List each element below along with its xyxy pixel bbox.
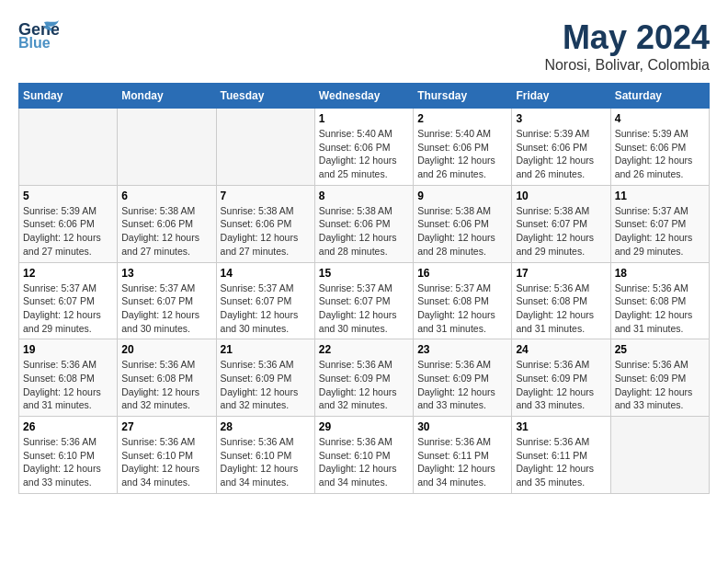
day-info: Sunrise: 5:36 AM Sunset: 6:10 PM Dayligh… (319, 435, 409, 489)
calendar-cell: 12Sunrise: 5:37 AM Sunset: 6:07 PM Dayli… (19, 262, 118, 339)
day-number: 4 (615, 112, 705, 125)
day-number: 17 (516, 267, 606, 280)
calendar-cell: 28Sunrise: 5:36 AM Sunset: 6:10 PM Dayli… (216, 417, 314, 494)
day-number: 2 (417, 112, 507, 125)
calendar-cell: 1Sunrise: 5:40 AM Sunset: 6:06 PM Daylig… (314, 109, 413, 186)
day-info: Sunrise: 5:36 AM Sunset: 6:08 PM Dayligh… (121, 358, 211, 412)
calendar-cell: 27Sunrise: 5:36 AM Sunset: 6:10 PM Dayli… (118, 417, 216, 494)
day-info: Sunrise: 5:38 AM Sunset: 6:06 PM Dayligh… (319, 204, 409, 259)
day-number: 31 (516, 420, 606, 433)
day-number: 23 (417, 343, 507, 356)
day-number: 9 (417, 190, 507, 202)
day-info: Sunrise: 5:37 AM Sunset: 6:07 PM Dayligh… (615, 204, 705, 259)
page-header: General Blue May 2024 Norosi, Bolivar, C… (18, 18, 710, 74)
calendar-cell: 2Sunrise: 5:40 AM Sunset: 6:06 PM Daylig… (414, 109, 512, 186)
week-row-5: 26Sunrise: 5:36 AM Sunset: 6:10 PM Dayli… (19, 417, 710, 494)
day-info: Sunrise: 5:37 AM Sunset: 6:07 PM Dayligh… (121, 282, 211, 336)
day-info: Sunrise: 5:40 AM Sunset: 6:06 PM Dayligh… (319, 127, 409, 181)
week-row-2: 5Sunrise: 5:39 AM Sunset: 6:06 PM Daylig… (19, 185, 710, 262)
day-number: 11 (615, 190, 705, 202)
calendar-cell: 16Sunrise: 5:37 AM Sunset: 6:08 PM Dayli… (414, 262, 512, 339)
month-title: May 2024 (544, 18, 710, 57)
day-number: 28 (221, 420, 311, 433)
day-number: 30 (417, 420, 507, 433)
calendar-cell: 18Sunrise: 5:36 AM Sunset: 6:08 PM Dayli… (610, 262, 709, 339)
week-row-3: 12Sunrise: 5:37 AM Sunset: 6:07 PM Dayli… (19, 262, 710, 339)
day-info: Sunrise: 5:37 AM Sunset: 6:07 PM Dayligh… (319, 282, 409, 336)
calendar-cell: 17Sunrise: 5:36 AM Sunset: 6:08 PM Dayli… (512, 262, 610, 339)
calendar-cell: 25Sunrise: 5:36 AM Sunset: 6:09 PM Dayli… (610, 339, 709, 417)
calendar-cell: 29Sunrise: 5:36 AM Sunset: 6:10 PM Dayli… (314, 417, 413, 494)
weekday-tuesday: Tuesday (216, 84, 314, 109)
day-info: Sunrise: 5:37 AM Sunset: 6:07 PM Dayligh… (221, 282, 311, 336)
day-number: 10 (516, 190, 606, 202)
day-number: 12 (23, 267, 113, 280)
week-row-4: 19Sunrise: 5:36 AM Sunset: 6:08 PM Dayli… (19, 339, 710, 417)
day-info: Sunrise: 5:36 AM Sunset: 6:10 PM Dayligh… (23, 435, 113, 489)
location: Norosi, Bolivar, Colombia (544, 57, 710, 74)
calendar-cell (19, 109, 118, 186)
day-number: 1 (319, 112, 409, 125)
day-number: 16 (417, 267, 507, 280)
calendar-cell (118, 109, 216, 186)
calendar-cell: 21Sunrise: 5:36 AM Sunset: 6:09 PM Dayli… (216, 339, 314, 417)
day-number: 14 (221, 267, 311, 280)
day-info: Sunrise: 5:37 AM Sunset: 6:08 PM Dayligh… (417, 282, 507, 336)
day-info: Sunrise: 5:36 AM Sunset: 6:09 PM Dayligh… (319, 358, 409, 412)
calendar-cell: 8Sunrise: 5:38 AM Sunset: 6:06 PM Daylig… (314, 185, 413, 262)
weekday-header-row: SundayMondayTuesdayWednesdayThursdayFrid… (19, 84, 710, 109)
day-info: Sunrise: 5:36 AM Sunset: 6:08 PM Dayligh… (23, 358, 113, 412)
logo-icon: General Blue (18, 18, 59, 52)
calendar-cell: 3Sunrise: 5:39 AM Sunset: 6:06 PM Daylig… (512, 109, 610, 186)
calendar-cell: 31Sunrise: 5:36 AM Sunset: 6:11 PM Dayli… (512, 417, 610, 494)
calendar-cell: 13Sunrise: 5:37 AM Sunset: 6:07 PM Dayli… (118, 262, 216, 339)
calendar-cell: 19Sunrise: 5:36 AM Sunset: 6:08 PM Dayli… (19, 339, 118, 417)
day-number: 24 (516, 343, 606, 356)
weekday-friday: Friday (512, 84, 610, 109)
day-number: 26 (23, 420, 113, 433)
calendar-cell: 20Sunrise: 5:36 AM Sunset: 6:08 PM Dayli… (118, 339, 216, 417)
day-number: 29 (319, 420, 409, 433)
weekday-saturday: Saturday (610, 84, 709, 109)
day-info: Sunrise: 5:36 AM Sunset: 6:11 PM Dayligh… (516, 435, 606, 489)
calendar-cell: 6Sunrise: 5:38 AM Sunset: 6:06 PM Daylig… (118, 185, 216, 262)
day-info: Sunrise: 5:38 AM Sunset: 6:06 PM Dayligh… (221, 204, 311, 259)
day-info: Sunrise: 5:39 AM Sunset: 6:06 PM Dayligh… (516, 127, 606, 181)
calendar-cell: 30Sunrise: 5:36 AM Sunset: 6:11 PM Dayli… (414, 417, 512, 494)
day-number: 20 (121, 343, 211, 356)
calendar-table: SundayMondayTuesdayWednesdayThursdayFrid… (18, 83, 710, 494)
day-info: Sunrise: 5:36 AM Sunset: 6:09 PM Dayligh… (615, 358, 705, 412)
day-info: Sunrise: 5:36 AM Sunset: 6:08 PM Dayligh… (516, 282, 606, 336)
day-info: Sunrise: 5:36 AM Sunset: 6:11 PM Dayligh… (417, 435, 507, 489)
calendar-cell (216, 109, 314, 186)
day-info: Sunrise: 5:38 AM Sunset: 6:07 PM Dayligh… (516, 204, 606, 259)
calendar-cell: 14Sunrise: 5:37 AM Sunset: 6:07 PM Dayli… (216, 262, 314, 339)
day-number: 15 (319, 267, 409, 280)
calendar-cell: 10Sunrise: 5:38 AM Sunset: 6:07 PM Dayli… (512, 185, 610, 262)
day-info: Sunrise: 5:36 AM Sunset: 6:08 PM Dayligh… (615, 282, 705, 336)
day-info: Sunrise: 5:40 AM Sunset: 6:06 PM Dayligh… (417, 127, 507, 181)
day-info: Sunrise: 5:36 AM Sunset: 6:09 PM Dayligh… (417, 358, 507, 412)
calendar-cell (610, 417, 709, 494)
day-info: Sunrise: 5:36 AM Sunset: 6:09 PM Dayligh… (221, 358, 311, 412)
day-number: 13 (121, 267, 211, 280)
calendar-cell: 15Sunrise: 5:37 AM Sunset: 6:07 PM Dayli… (314, 262, 413, 339)
day-number: 19 (23, 343, 113, 356)
day-number: 5 (23, 190, 113, 202)
calendar-cell: 22Sunrise: 5:36 AM Sunset: 6:09 PM Dayli… (314, 339, 413, 417)
day-info: Sunrise: 5:38 AM Sunset: 6:06 PM Dayligh… (121, 204, 211, 259)
day-info: Sunrise: 5:38 AM Sunset: 6:06 PM Dayligh… (417, 204, 507, 259)
svg-text:Blue: Blue (18, 35, 51, 51)
weekday-monday: Monday (118, 84, 216, 109)
calendar-cell: 24Sunrise: 5:36 AM Sunset: 6:09 PM Dayli… (512, 339, 610, 417)
weekday-sunday: Sunday (19, 84, 118, 109)
day-number: 8 (319, 190, 409, 202)
day-number: 27 (121, 420, 211, 433)
day-info: Sunrise: 5:36 AM Sunset: 6:10 PM Dayligh… (221, 435, 311, 489)
day-number: 3 (516, 112, 606, 125)
calendar-cell: 5Sunrise: 5:39 AM Sunset: 6:06 PM Daylig… (19, 185, 118, 262)
day-number: 22 (319, 343, 409, 356)
day-info: Sunrise: 5:36 AM Sunset: 6:09 PM Dayligh… (516, 358, 606, 412)
calendar-cell: 11Sunrise: 5:37 AM Sunset: 6:07 PM Dayli… (610, 185, 709, 262)
logo: General Blue (18, 18, 59, 52)
